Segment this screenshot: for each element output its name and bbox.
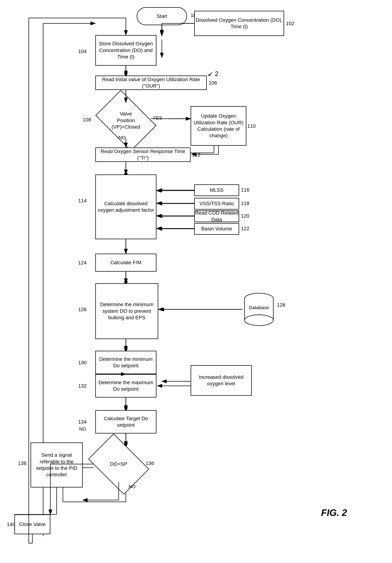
node-108-label: ValvePosition(VP)=Closed xyxy=(112,111,140,130)
node-120-label: Read COD Related Data xyxy=(195,210,239,223)
node-134: Calculate Target Do setpoint xyxy=(95,410,156,434)
node-118-id: 118 xyxy=(241,201,249,206)
node-106: Read initial value of Oxygen Utilization… xyxy=(95,76,207,90)
node-110-id: 110 xyxy=(247,123,256,129)
node-112-label: Read Oxygen Sensor Response Time ("Tr") xyxy=(96,148,190,161)
start-node: Start xyxy=(137,7,187,25)
node-110-label: Update Oxygen Utilization Rate (OUR) Cal… xyxy=(191,113,246,139)
node-126-id: 126 xyxy=(78,307,87,312)
node-116-id: 116 xyxy=(241,187,249,193)
no-136: NO xyxy=(128,484,136,489)
node-126-label: Determine the minimum system DO to preve… xyxy=(96,301,158,321)
node-122-label: Basin Volume xyxy=(201,226,232,232)
node-120-id: 120 xyxy=(241,213,249,219)
node-102-id: 102 xyxy=(286,21,294,26)
node-116-label: MLSS xyxy=(210,187,224,193)
node-136-id: 136 xyxy=(146,461,154,466)
node-138: Send a signal referable to the setpoint … xyxy=(31,443,83,487)
node-110: Update Oxygen Utilization Rate (OUR) Cal… xyxy=(190,106,246,146)
node-108: ValvePosition(VP)=Closed xyxy=(101,102,151,139)
node-104-label: Store Dissolved Oxygen Concentration (DO… xyxy=(96,40,156,60)
node-136: DO>SP xyxy=(93,446,144,482)
node-106-label: Read initial value of Oxygen Utilization… xyxy=(96,76,206,90)
node-106-id: 106 xyxy=(209,80,217,86)
start-label: Start xyxy=(156,13,167,19)
node-102: Dissolved Oxygen Concentration (DO), Tim… xyxy=(194,11,284,36)
node-132-id: 132 xyxy=(78,383,87,389)
node-126: Determine the minimum system DO to preve… xyxy=(95,283,158,339)
node-116: MLSS xyxy=(194,184,239,196)
node-128-label: Database xyxy=(241,305,277,310)
node-118-label: VSS/TSS Ratio xyxy=(199,200,234,207)
node-114-label: Calculate dissolved oxygen adjustment fa… xyxy=(96,200,156,214)
node-120: Read COD Related Data xyxy=(194,210,239,222)
node-136-label: DO>SP xyxy=(110,461,127,467)
yes-108: YES xyxy=(153,115,162,121)
node-130-label: Determine the minimum Do setpoint xyxy=(96,356,156,369)
node-118: VSS/TSS Ratio xyxy=(194,198,239,210)
node-134-label: Calculate Target Do setpoint xyxy=(96,415,156,428)
node-134-id: 134 xyxy=(78,419,87,425)
node-138-id: 138 xyxy=(18,461,26,466)
node-140-id: 140 xyxy=(7,522,15,527)
node-132: Determine the maximum Do setpoint xyxy=(95,374,156,397)
increased-do-note: Increased dissolved oxygen level xyxy=(190,365,252,396)
node-104: Store Dissolved Oxygen Concentration (DO… xyxy=(95,35,156,66)
node-102-label: Dissolved Oxygen Concentration (DO), Tim… xyxy=(195,17,284,30)
node-138-label: Send a signal referable to the setpoint … xyxy=(31,452,82,478)
node-122-id: 122 xyxy=(241,226,249,231)
svg-point-37 xyxy=(245,315,273,326)
increased-do-label: Increased dissolved oxygen level xyxy=(191,374,251,387)
node-108-id: 108 xyxy=(83,117,91,123)
node-140: Close Valve xyxy=(14,514,50,534)
no-134: NO xyxy=(79,426,86,432)
figure-label: FIG. 2 xyxy=(321,507,347,518)
diagram-container: Start 100 Dissolved Oxygen Concentration… xyxy=(0,0,392,563)
node-128-cylinder: Database xyxy=(241,291,277,327)
node-104-id: 104 xyxy=(78,49,87,54)
no-108: NO xyxy=(119,135,126,141)
node-114-id: 114 xyxy=(78,198,87,204)
node-140-label: Close Valve xyxy=(19,521,46,527)
node-130: Determine the minimum Do setpoint xyxy=(95,351,156,374)
node-112-id: 112 xyxy=(192,152,201,158)
node-124-id: 124 xyxy=(78,260,87,266)
node-122: Basin Volume xyxy=(194,223,239,235)
node-128-id: 128 xyxy=(277,302,285,308)
node-124: Calculate F/M xyxy=(95,254,156,272)
arrow-2-label: ↙ 2 xyxy=(208,70,218,78)
node-114: Calculate dissolved oxygen adjustment fa… xyxy=(95,175,156,239)
node-112: Read Oxygen Sensor Response Time ("Tr") xyxy=(95,148,190,162)
node-130-id: 130 xyxy=(78,360,87,366)
node-132-label: Determine the maximum Do setpoint xyxy=(96,379,156,393)
node-124-label: Calculate F/M xyxy=(110,259,141,266)
